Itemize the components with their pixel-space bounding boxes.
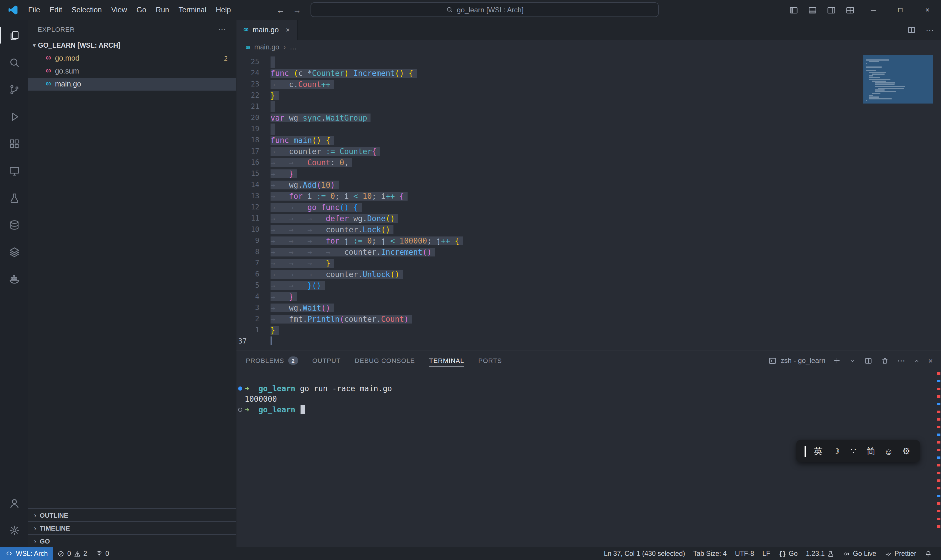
ime-settings-icon[interactable]: ⚙ [898, 446, 915, 457]
panel-tab-debug-console[interactable]: DEBUG CONSOLE [355, 351, 415, 370]
code-line[interactable]: 17→counter := Counter{ [237, 146, 941, 157]
line-number[interactable]: 21 [237, 101, 264, 112]
status-language-mode[interactable]: {}Go [774, 547, 802, 560]
code-line[interactable]: 14→wg.Add(10) [237, 179, 941, 191]
close-icon[interactable]: × [914, 0, 941, 20]
code-line[interactable]: 5→→}() [237, 280, 941, 291]
activity-search[interactable] [0, 49, 28, 76]
editor-more-icon[interactable]: ⋯ [926, 25, 934, 35]
split-editor-icon[interactable] [907, 25, 916, 35]
menu-help[interactable]: Help [211, 0, 235, 20]
status-go-live[interactable]: Go Live [839, 547, 880, 560]
trash-icon[interactable] [881, 356, 890, 365]
activity-source-control[interactable] [0, 76, 28, 103]
panel-tab-terminal[interactable]: TERMINAL [429, 351, 464, 370]
activity-database[interactable] [0, 211, 28, 238]
back-icon[interactable]: ← [277, 5, 284, 15]
close-tab-icon[interactable]: × [286, 26, 290, 34]
panel-scrollbar[interactable] [936, 372, 940, 546]
problems-status[interactable]: 02 [53, 547, 91, 560]
status-tab-size[interactable]: Tab Size: 4 [689, 547, 731, 560]
minimize-icon[interactable]: ─ [860, 0, 887, 20]
sidebar-section-outline[interactable]: ›OUTLINE [28, 508, 236, 521]
activity-docker[interactable] [0, 265, 28, 292]
status-cursor-position[interactable]: Ln 37, Col 1 (430 selected) [600, 547, 689, 560]
code-line[interactable]: 23→c.Count++ [237, 79, 941, 90]
line-number[interactable]: 23 [237, 79, 264, 90]
code-line[interactable]: 12→→go func() { [237, 202, 941, 213]
chevron-up-icon[interactable] [913, 357, 921, 365]
code-line[interactable]: 13→for i := 0; i < 10; i++ { [237, 191, 941, 202]
breadcrumb[interactable]: GOmain.go›… [237, 40, 941, 54]
layout-panel-icon[interactable] [807, 5, 818, 15]
activity-testing[interactable] [0, 184, 28, 211]
terminal-command-line[interactable]: ➜ go_learn go run -race main.go [237, 383, 941, 394]
code-line[interactable]: 37 [237, 336, 941, 347]
status-notifications[interactable] [920, 547, 936, 560]
status-encoding[interactable]: UTF-8 [731, 547, 758, 560]
code-line[interactable]: 7→→→} [237, 258, 941, 269]
activity-run-debug[interactable] [0, 103, 28, 130]
command-center-search[interactable]: go_learn [WSL: Arch] [311, 2, 659, 17]
line-number[interactable]: 24 [237, 68, 264, 79]
panel-tab-problems[interactable]: PROBLEMS2 [246, 351, 298, 370]
ime-emoji-icon[interactable]: ☺ [880, 446, 898, 456]
line-number[interactable]: 17 [237, 146, 264, 157]
code-line[interactable]: 11→→→defer wg.Done() [237, 213, 941, 224]
line-number[interactable]: 7 [237, 258, 264, 269]
minimap[interactable] [863, 55, 933, 103]
close-panel-icon[interactable]: × [928, 356, 933, 365]
file-go-mod[interactable]: GOgo.mod2 [28, 52, 236, 65]
activity-layers[interactable] [0, 238, 28, 265]
activity-extensions[interactable] [0, 130, 28, 157]
activity-account[interactable] [0, 489, 28, 517]
line-number[interactable]: 9 [237, 235, 264, 246]
line-number[interactable]: 25 [237, 57, 264, 68]
code-line[interactable]: 10→→→counter.Lock() [237, 224, 941, 235]
menu-view[interactable]: View [106, 0, 132, 20]
tab-main-go[interactable]: GOmain.go× [237, 20, 298, 40]
code-line[interactable]: 3→wg.Wait() [237, 302, 941, 314]
explorer-more-icon[interactable]: ⋯ [218, 25, 226, 34]
remote-indicator[interactable]: WSL: Arch [0, 547, 53, 560]
terminal-command-line[interactable]: ➜ go_learn [237, 404, 941, 415]
line-number[interactable]: 18 [237, 135, 264, 146]
line-number[interactable]: 19 [237, 123, 264, 135]
chevron-down-icon[interactable] [849, 357, 856, 365]
menu-selection[interactable]: Selection [67, 0, 106, 20]
file-main-go[interactable]: GOmain.go [28, 78, 236, 91]
line-number[interactable]: 11 [237, 213, 264, 224]
line-number[interactable]: 1 [237, 325, 264, 336]
code-line[interactable]: 24func (c *Counter) Increment() { [237, 68, 941, 79]
ime-fullwidth-icon[interactable]: ☽ [827, 446, 844, 457]
layout-sidebar-right-icon[interactable] [826, 5, 836, 15]
sidebar-section-go[interactable]: ›GO [28, 534, 236, 547]
line-number[interactable]: 14 [237, 179, 264, 191]
code-line[interactable]: 16→→Count: 0, [237, 157, 941, 168]
line-number[interactable]: 5 [237, 280, 264, 291]
line-number[interactable]: 37 [237, 336, 264, 347]
line-number[interactable]: 13 [237, 191, 264, 202]
menu-terminal[interactable]: Terminal [174, 0, 211, 20]
panel-tab-output[interactable]: OUTPUT [312, 351, 341, 370]
code-line[interactable]: 19 [237, 123, 941, 135]
code-line[interactable]: 2→fmt.Println(counter.Count) [237, 314, 941, 325]
line-number[interactable]: 3 [237, 302, 264, 314]
line-number[interactable]: 10 [237, 224, 264, 235]
menu-file[interactable]: File [23, 0, 45, 20]
code-line[interactable]: 21 [237, 101, 941, 112]
menu-go[interactable]: Go [132, 0, 151, 20]
line-number[interactable]: 12 [237, 202, 264, 213]
activity-explorer[interactable] [0, 22, 28, 49]
code-line[interactable]: 4→} [237, 291, 941, 302]
code-editor[interactable]: 2524func (c *Counter) Increment() {23→c.… [237, 54, 941, 351]
ime-punctuation-icon[interactable]: ∵ [844, 446, 862, 457]
code-line[interactable]: 15→} [237, 168, 941, 179]
status-prettier[interactable]: Prettier [880, 547, 920, 560]
breadcrumb-more[interactable]: … [290, 43, 297, 51]
panel-more-icon[interactable]: ⋯ [897, 356, 906, 365]
menu-edit[interactable]: Edit [45, 0, 67, 20]
code-line[interactable]: 20var wg sync.WaitGroup [237, 112, 941, 123]
tree-root-folder[interactable]: ▾GO_LEARN [WSL: ARCH] [28, 39, 236, 52]
status-go-version[interactable]: 1.23.1 [802, 547, 839, 560]
